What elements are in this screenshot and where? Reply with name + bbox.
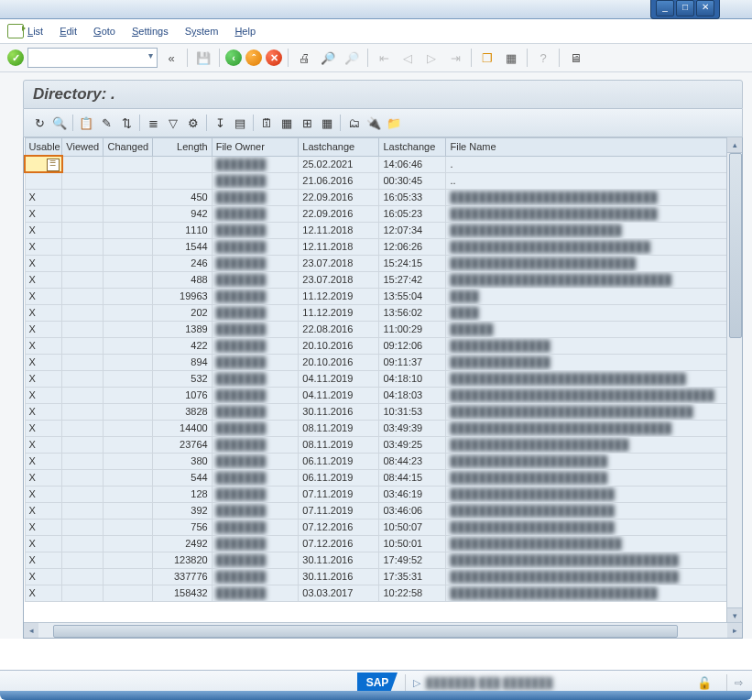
table-row[interactable]: ███████21.06.201600:30:45.. <box>25 172 742 189</box>
cell-viewed[interactable] <box>62 205 104 222</box>
cell-name[interactable]: █████████████████████████████ <box>446 205 742 222</box>
cell-owner[interactable]: ███████ <box>212 255 299 271</box>
table-row[interactable]: X544███████06.11.201908:44:15███████████… <box>25 469 742 486</box>
cell-time[interactable]: 15:24:15 <box>379 255 446 271</box>
menu-list[interactable]: List <box>27 26 43 37</box>
table-row[interactable]: X450███████22.09.201616:05:33███████████… <box>25 189 742 205</box>
cell-length[interactable]: 128 <box>153 486 212 502</box>
search-help-icon[interactable]: ☰ <box>47 159 60 171</box>
cell-name[interactable]: █████████████████████████████ <box>446 585 742 601</box>
cell-changed[interactable] <box>104 585 153 601</box>
cell-changed[interactable] <box>104 436 153 453</box>
cell-owner[interactable]: ███████ <box>212 288 299 304</box>
cell-date[interactable]: 22.09.2016 <box>299 189 379 205</box>
cell-time[interactable]: 03:49:39 <box>379 420 446 436</box>
cell-viewed[interactable] <box>62 370 104 387</box>
back-button[interactable]: ‹ <box>225 49 242 66</box>
cell-owner[interactable]: ███████ <box>212 205 299 222</box>
maximize-button[interactable]: □ <box>676 0 694 16</box>
cell-length[interactable]: 1076 <box>153 387 212 403</box>
shortcut-icon[interactable]: ▦ <box>501 48 521 68</box>
cell-name[interactable]: ████████████████████████████ <box>446 238 742 255</box>
cell-time[interactable]: 13:55:04 <box>379 288 446 304</box>
cell-name[interactable]: ██████████████████████ <box>446 469 742 486</box>
cell-name[interactable]: . <box>446 156 742 172</box>
cell-date[interactable]: 23.07.2018 <box>299 255 379 271</box>
cell-changed[interactable] <box>104 453 153 469</box>
cell-owner[interactable]: ███████ <box>212 453 299 469</box>
cell-name[interactable]: █████████████████████████████████ <box>446 370 742 387</box>
find-next-icon[interactable]: 🔎 <box>342 48 362 68</box>
cell-viewed[interactable] <box>62 238 104 255</box>
cell-usable[interactable]: X <box>25 370 62 387</box>
table-row[interactable]: X1110███████12.11.201812:07:34██████████… <box>25 222 742 238</box>
cell-changed[interactable] <box>104 502 153 519</box>
enter-button[interactable]: ✓ <box>7 49 24 66</box>
close-button[interactable]: ✕ <box>696 0 714 16</box>
status-expand-icon[interactable]: ▷ <box>413 677 420 689</box>
cell-date[interactable]: 20.10.2016 <box>299 337 379 354</box>
table-row[interactable]: X1076███████04.11.201904:18:03██████████… <box>25 387 742 403</box>
cell-viewed[interactable] <box>62 552 104 568</box>
cell-changed[interactable] <box>104 486 153 502</box>
find-icon[interactable]: 🔎 <box>318 48 338 68</box>
cell-name[interactable]: .. <box>446 172 742 189</box>
cell-usable[interactable]: X <box>25 403 62 420</box>
cell-name[interactable]: ██████████████████████ <box>446 453 742 469</box>
table-row[interactable]: X3828███████30.11.201610:31:53██████████… <box>25 403 742 420</box>
scroll-thumb[interactable] <box>729 153 742 338</box>
cell-date[interactable]: 12.11.2018 <box>299 222 379 238</box>
table-row[interactable]: X488███████23.07.201815:27:42███████████… <box>25 271 742 288</box>
first-page-icon[interactable]: ⇤ <box>374 48 394 68</box>
cell-owner[interactable]: ███████ <box>212 354 299 370</box>
cell-length[interactable]: 246 <box>153 255 212 271</box>
table-row[interactable]: X23764███████08.11.201903:49:25█████████… <box>25 436 742 453</box>
cell-date[interactable]: 25.02.2021 <box>299 156 379 172</box>
scroll-up-icon[interactable]: ▴ <box>727 137 742 153</box>
cell-usable[interactable]: ☰ <box>25 156 62 172</box>
cell-date[interactable]: 30.11.2016 <box>299 568 379 585</box>
alv-btn-0[interactable]: ↻ <box>29 113 49 133</box>
cell-viewed[interactable] <box>62 271 104 288</box>
cell-date[interactable]: 11.12.2019 <box>299 304 379 321</box>
cell-time[interactable]: 10:50:07 <box>379 519 446 535</box>
cell-usable[interactable]: X <box>25 205 62 222</box>
cell-changed[interactable] <box>104 535 153 552</box>
table-row[interactable]: X128███████07.11.201903:46:19███████████… <box>25 486 742 502</box>
cell-length[interactable]: 337776 <box>153 568 212 585</box>
cell-date[interactable]: 07.11.2019 <box>299 486 379 502</box>
cell-changed[interactable] <box>104 337 153 354</box>
cell-length[interactable] <box>153 156 212 172</box>
cell-time[interactable]: 09:11:37 <box>379 354 446 370</box>
cell-changed[interactable] <box>104 222 153 238</box>
cell-name[interactable]: █████████████████████████ <box>446 436 742 453</box>
horizontal-scrollbar[interactable]: ◂ ▸ <box>24 622 742 638</box>
table-row[interactable]: X392███████07.11.201903:46:06███████████… <box>25 502 742 519</box>
menu-edit[interactable]: Edit <box>60 26 77 37</box>
local-layout-icon[interactable]: 🖥 <box>565 48 585 68</box>
cell-usable[interactable]: X <box>25 271 62 288</box>
cell-changed[interactable] <box>104 238 153 255</box>
cell-time[interactable]: 12:07:34 <box>379 222 446 238</box>
cell-changed[interactable] <box>104 420 153 436</box>
cell-length[interactable]: 532 <box>153 370 212 387</box>
cell-changed[interactable] <box>104 403 153 420</box>
cell-name[interactable]: ██████████████ <box>446 354 742 370</box>
help-icon[interactable]: ? <box>533 48 553 68</box>
cell-name[interactable]: ████████████████████████ <box>446 535 742 552</box>
cell-name[interactable]: ██████████████████████████ <box>446 255 742 271</box>
table-row[interactable]: X422███████20.10.201609:12:06███████████… <box>25 337 742 354</box>
cell-length[interactable]: 19963 <box>153 288 212 304</box>
cell-length[interactable]: 942 <box>153 205 212 222</box>
cell-owner[interactable]: ███████ <box>212 420 299 436</box>
cell-usable[interactable]: X <box>25 552 62 568</box>
cell-usable[interactable]: X <box>25 189 62 205</box>
cell-length[interactable]: 544 <box>153 469 212 486</box>
alv-btn-3[interactable]: ✎ <box>96 113 116 133</box>
cell-date[interactable]: 06.11.2019 <box>299 469 379 486</box>
table-row[interactable]: X158432███████03.03.201710:22:58████████… <box>25 585 742 601</box>
cell-length[interactable]: 488 <box>153 271 212 288</box>
cell-length[interactable]: 23764 <box>153 436 212 453</box>
cell-changed[interactable] <box>104 387 153 403</box>
table-row[interactable]: ☰███████25.02.202114:06:46. <box>25 156 742 172</box>
